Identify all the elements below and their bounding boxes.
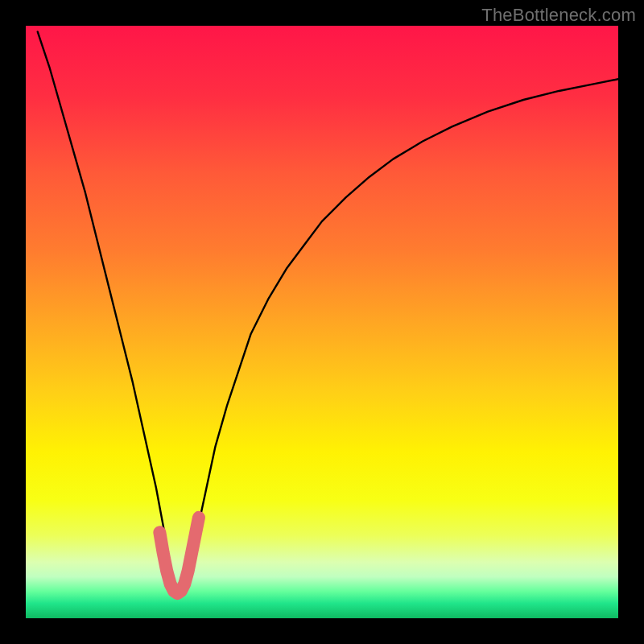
chart-background — [26, 26, 618, 618]
bottleneck-chart — [0, 0, 644, 644]
chart-frame: TheBottleneck.com — [0, 0, 644, 644]
